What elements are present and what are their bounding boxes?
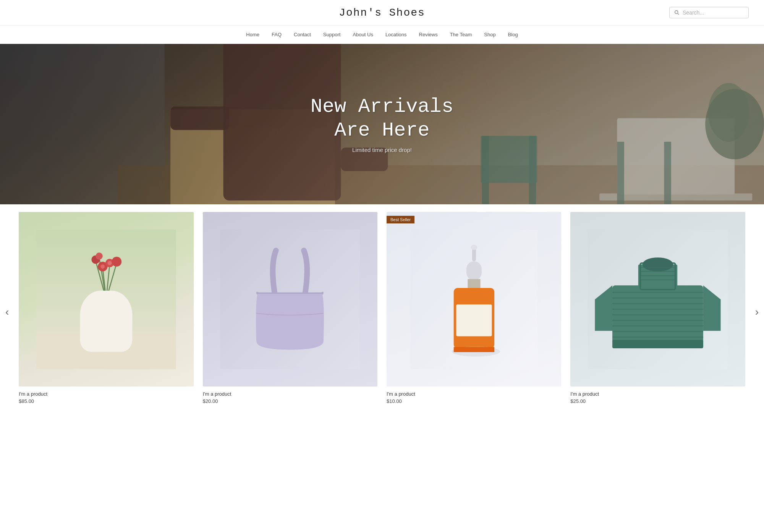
vase-illustration: [36, 230, 176, 369]
search-input[interactable]: [683, 10, 744, 16]
site-title: John's Shoes: [339, 7, 425, 19]
product-image-wrapper: Best Seller: [387, 212, 561, 386]
product-name: I'm a product: [19, 391, 193, 397]
product-image-2: [203, 212, 377, 386]
sweater-illustration: [588, 230, 728, 369]
svg-point-31: [96, 252, 103, 259]
product-price: $10.00: [387, 398, 561, 404]
svg-point-30: [112, 257, 122, 267]
serum-illustration: [404, 230, 544, 369]
hero-subtitle: Limited time price drop!: [311, 147, 453, 153]
nav-item-blog[interactable]: Blog: [508, 32, 518, 37]
svg-rect-20: [36, 331, 176, 369]
svg-rect-43: [453, 347, 494, 352]
nav-item-locations[interactable]: Locations: [385, 32, 407, 37]
product-card[interactable]: I'm a product $25.00: [566, 212, 749, 412]
product-image-3: [387, 212, 561, 386]
product-name: I'm a product: [387, 391, 561, 397]
hero-title: New Arrivals Are Here: [311, 95, 453, 143]
product-card[interactable]: Best Seller: [382, 212, 566, 412]
product-image-wrapper: [19, 212, 193, 386]
nav-item-shop[interactable]: Shop: [484, 32, 495, 37]
svg-rect-62: [612, 340, 703, 348]
nav-item-support[interactable]: Support: [323, 32, 341, 37]
next-arrow-button[interactable]: ›: [750, 302, 764, 322]
nav-item-about[interactable]: About Us: [353, 32, 373, 37]
nav-item-faq[interactable]: FAQ: [272, 32, 282, 37]
svg-rect-41: [456, 304, 492, 336]
best-seller-badge: Best Seller: [387, 216, 414, 223]
nav-item-home[interactable]: Home: [246, 32, 259, 37]
nav-item-the-team[interactable]: The Team: [450, 32, 472, 37]
product-image-1: [19, 212, 193, 386]
svg-point-37: [471, 245, 477, 250]
product-card[interactable]: I'm a product $85.00: [14, 212, 198, 412]
product-image-wrapper: [203, 212, 377, 386]
svg-rect-39: [468, 279, 480, 288]
svg-line-1: [678, 13, 679, 15]
product-image-4: [570, 212, 745, 386]
svg-rect-45: [612, 285, 703, 348]
product-name: I'm a product: [203, 391, 377, 397]
product-image-wrapper: [570, 212, 745, 386]
nav-item-reviews[interactable]: Reviews: [419, 32, 438, 37]
hero-text: New Arrivals Are Here Limited time price…: [311, 95, 453, 153]
svg-rect-38: [466, 261, 482, 280]
site-header: John's Shoes: [0, 0, 764, 26]
svg-point-32: [100, 264, 105, 268]
nav-item-contact[interactable]: Contact: [294, 32, 311, 37]
product-card[interactable]: I'm a product $20.00: [198, 212, 382, 412]
prev-arrow-button[interactable]: ‹: [0, 302, 14, 322]
product-price: $20.00: [203, 398, 377, 404]
search-wrapper: [669, 7, 749, 18]
product-price: $25.00: [570, 398, 745, 404]
products-section: ‹: [0, 204, 764, 419]
svg-rect-36: [472, 249, 476, 261]
search-icon: [674, 10, 680, 15]
product-price: $85.00: [19, 398, 193, 404]
svg-point-0: [675, 11, 678, 14]
svg-point-57: [643, 257, 673, 272]
hero-banner: New Arrivals Are Here Limited time price…: [0, 44, 764, 204]
svg-point-33: [108, 261, 112, 265]
product-name: I'm a product: [570, 391, 745, 397]
svg-point-21: [84, 338, 128, 352]
products-grid: I'm a product $85.00: [14, 212, 749, 412]
main-nav: Home FAQ Contact Support About Us Locati…: [0, 26, 764, 44]
bag-illustration: [220, 230, 360, 369]
